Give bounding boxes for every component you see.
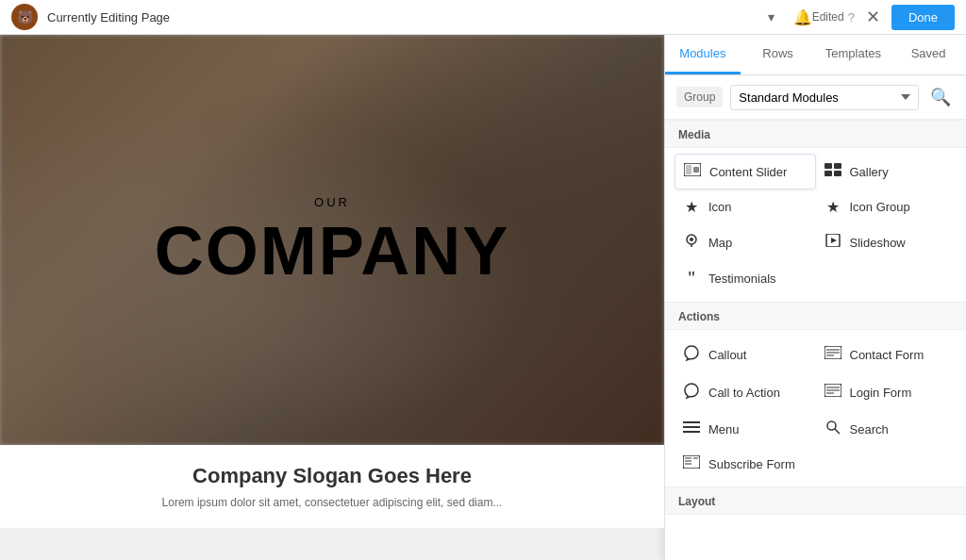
svg-marker-11 — [831, 238, 837, 243]
gallery-label: Gallery — [850, 165, 889, 179]
tab-templates[interactable]: Templates — [816, 35, 891, 74]
hero-subtitle: OUR — [314, 195, 350, 209]
right-panel: Modules Rows Templates Saved Group Stand… — [664, 35, 966, 560]
section-actions: Actions — [665, 302, 966, 330]
subscribe-form-label: Subscribe Form — [708, 457, 795, 471]
svg-point-8 — [690, 238, 693, 241]
svg-rect-2 — [693, 167, 699, 173]
media-grid: Content Slider Gallery ★ Icon ★ Icon Gro… — [665, 148, 966, 302]
call-to-action-icon — [682, 382, 701, 403]
svg-line-24 — [835, 429, 840, 434]
section-layout: Layout — [665, 486, 966, 515]
call-to-action-label: Call to Action — [708, 386, 780, 400]
search-icon[interactable]: 🔍 — [926, 83, 955, 111]
page-canvas: OUR COMPANY Company Slogan Goes Here Lor… — [0, 35, 664, 560]
chevron-down-icon[interactable]: ▾ — [768, 9, 774, 25]
actions-grid: Callout Contact Form Call to Action — [665, 330, 966, 486]
page-below-hero: Company Slogan Goes Here Lorem ipsum dol… — [0, 445, 664, 528]
group-label: Group — [676, 87, 723, 107]
page-slogan: Company Slogan Goes Here — [38, 464, 626, 488]
search-label: Search — [850, 422, 889, 436]
module-map[interactable]: Map — [675, 224, 816, 260]
module-callout[interactable]: Callout — [675, 336, 816, 373]
group-row: Group Standard Modules Advanced Modules … — [665, 75, 966, 120]
module-subscribe-form[interactable]: Subscribe Form — [675, 447, 816, 481]
module-search[interactable]: Search — [816, 411, 958, 447]
login-form-icon — [824, 384, 842, 401]
module-contact-form[interactable]: Contact Form — [816, 336, 958, 373]
bell-icon[interactable]: 🔔 — [793, 8, 812, 26]
module-icon[interactable]: ★ Icon — [675, 189, 816, 224]
search-module-icon — [824, 420, 842, 438]
tab-modules[interactable]: Modules — [665, 35, 741, 74]
content-slider-label: Content Slider — [709, 165, 787, 179]
icon-group-label: Icon Group — [850, 200, 910, 214]
main-content: OUR COMPANY Company Slogan Goes Here Lor… — [0, 35, 966, 560]
module-list: Media Content Slider Gallery ★ Icon — [665, 120, 966, 560]
logo-avatar: 🐻 — [11, 4, 38, 30]
module-content-slider[interactable]: Content Slider — [675, 154, 816, 189]
gallery-icon — [824, 163, 842, 180]
module-icon-group[interactable]: ★ Icon Group — [816, 189, 958, 224]
contact-form-icon — [824, 346, 842, 363]
tab-rows[interactable]: Rows — [741, 35, 816, 74]
hero-title: COMPANY — [155, 217, 510, 285]
panel-tabs: Modules Rows Templates Saved — [665, 35, 966, 75]
map-label: Map — [708, 236, 732, 250]
login-form-label: Login Form — [850, 386, 912, 400]
module-gallery[interactable]: Gallery — [816, 154, 958, 189]
testimonials-icon: " — [682, 269, 701, 288]
icon-label: Icon — [708, 200, 732, 214]
group-select[interactable]: Standard Modules Advanced Modules — [730, 85, 919, 110]
done-button[interactable]: Done — [891, 5, 955, 30]
icon-group-icon: ★ — [824, 198, 842, 216]
menu-icon — [682, 420, 701, 437]
callout-label: Callout — [708, 348, 746, 362]
callout-icon — [682, 344, 701, 365]
hero-content: OUR COMPANY — [0, 35, 664, 445]
testimonials-label: Testimonials — [708, 272, 776, 286]
subscribe-form-icon — [682, 455, 701, 472]
module-testimonials[interactable]: " Testimonials — [675, 260, 816, 296]
page-lorem: Lorem ipsum dolor sit amet, consectetuer… — [38, 496, 626, 509]
contact-form-label: Contact Form — [850, 348, 924, 362]
topbar-right: Edited ? ✕ Done — [812, 5, 955, 30]
tab-saved[interactable]: Saved — [891, 35, 966, 74]
map-icon — [682, 233, 701, 252]
svg-rect-4 — [834, 163, 841, 169]
module-menu[interactable]: Menu — [675, 411, 816, 447]
content-slider-icon — [683, 163, 702, 180]
slideshow-icon — [824, 234, 842, 251]
module-slideshow[interactable]: Slideshow — [816, 224, 958, 260]
svg-rect-3 — [824, 163, 832, 169]
svg-rect-25 — [683, 455, 700, 469]
svg-rect-6 — [834, 171, 841, 176]
section-media: Media — [665, 120, 966, 148]
svg-rect-1 — [686, 165, 691, 174]
page-title: Currently Editing Page — [47, 10, 760, 25]
topbar: 🐻 Currently Editing Page ▾ 🔔 Edited ? ✕ … — [0, 0, 966, 35]
icon-module-icon: ★ — [682, 198, 701, 216]
slideshow-label: Slideshow — [850, 236, 906, 250]
close-icon[interactable]: ✕ — [866, 7, 880, 27]
edited-label: Edited ? — [812, 10, 855, 25]
module-call-to-action[interactable]: Call to Action — [675, 373, 816, 411]
module-login-form[interactable]: Login Form — [816, 373, 958, 411]
svg-rect-5 — [824, 171, 832, 176]
menu-label: Menu — [708, 422, 740, 436]
svg-point-23 — [827, 421, 836, 430]
